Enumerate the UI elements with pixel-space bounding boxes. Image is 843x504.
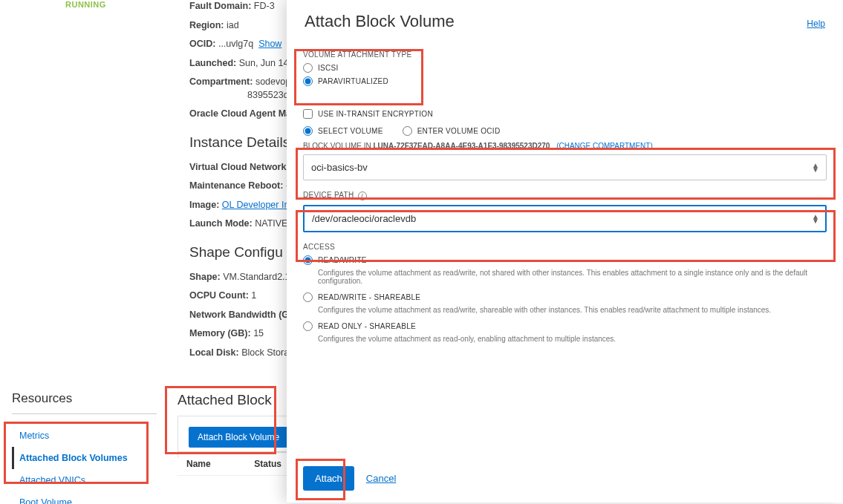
image-label: Image: [189,200,219,210]
resources-item-attached-vnics[interactable]: Attached VNICs [12,469,157,491]
attached-block-heading: Attached Block [178,392,272,408]
radio-paravirtualized[interactable]: Paravirtualized [303,76,819,86]
block-volume-in-label: Block Volume in [303,142,373,150]
ocpu-label: OCPU Count: [189,290,249,301]
mem-label: Memory (GB): [189,328,251,338]
region-label: Region: [189,20,224,30]
radio-select-volume-input[interactable] [303,126,313,136]
fault-domain-label: Fault Domain: [189,1,251,11]
radio-select-volume[interactable]: Select Volume [303,126,383,136]
resources-item-boot-volume[interactable]: Boot Volume [12,491,157,504]
attach-block-volume-button[interactable]: Attach Block Volume [189,427,288,448]
radio-iscsi-input[interactable] [303,63,313,73]
panel-title: Attach Block Volume [305,12,455,31]
change-compartment-link[interactable]: (Change Compartment) [556,142,653,150]
read-write-shareable-desc: Configures the volume attachment as read… [318,306,827,314]
ocpu-value: 1 [251,290,256,301]
agent-label: Oracle Cloud Agent Man [189,108,297,119]
resources-heading: Resources [12,391,157,414]
cancel-link[interactable]: Cancel [366,473,396,484]
radio-iscsi-label: iSCSI [318,64,339,72]
resources-item-metrics[interactable]: Metrics [12,425,157,447]
checkbox-in-transit-input[interactable] [303,109,313,119]
shape-label: Shape: [189,272,221,282]
radio-read-write[interactable]: Read/Write [303,255,827,265]
radio-read-only-shareable[interactable]: Read Only - Shareable [303,321,827,331]
radio-read-only-shareable-input[interactable] [303,321,313,331]
radio-enter-volume-ocid-input[interactable] [403,126,412,136]
radio-read-write-input[interactable] [303,255,313,265]
maint-label: Maintenance Reboot: [189,180,283,191]
radio-read-write-shareable-input[interactable] [303,292,313,302]
resources-item-attached-block-volumes[interactable]: Attached Block Volumes [12,447,157,469]
radio-read-write-shareable-label: Read/Write - Shareable [318,293,420,301]
vcn-label: Virtual Cloud Network: [189,162,290,172]
read-write-desc: Configures the volume attachment as read… [318,269,827,285]
radio-read-write-shareable[interactable]: Read/Write - Shareable [303,292,827,302]
ocid-show-link[interactable]: Show [258,39,281,49]
nbw-label: Network Bandwidth (Gbp [189,310,300,320]
launch-mode-label: Launch Mode: [189,218,253,229]
status-badge: RUNNING [65,0,106,9]
radio-iscsi[interactable]: iSCSI [303,63,819,73]
device-path-label: Device Path [303,191,354,199]
table-col-status: Status [254,459,281,469]
region-value: iad [227,20,239,30]
shape-value: VM.Standard2.1 [223,272,290,282]
radio-select-volume-label: Select Volume [318,127,383,135]
access-label: Access [303,243,827,251]
volume-attachment-type-label: Volume Attachment Type [303,50,819,59]
radio-read-only-shareable-label: Read Only - Shareable [318,322,416,330]
fault-domain-value: FD-3 [254,1,275,11]
ld-label: Local Disk: [189,347,239,358]
attach-block-volume-panel: Attach Block Volume Help Volume Attachme… [287,0,843,503]
block-volume-select[interactable]: oci-basics-bv [303,154,827,180]
ocid-value: ...uvlg7q [218,39,253,49]
radio-paravirtualized-input[interactable] [303,76,313,86]
launched-label: Launched: [189,58,236,68]
ocid-label: OCID: [189,39,215,49]
device-path-select[interactable]: /dev/oracleoci/oraclevdb [303,205,827,232]
table-col-name: Name [178,459,252,469]
radio-enter-volume-ocid-label: Enter Volume OCID [417,127,501,135]
radio-paravirtualized-label: Paravirtualized [318,77,388,85]
checkbox-in-transit-encryption[interactable]: Use In-Transit Encryption [303,109,827,119]
checkbox-in-transit-label: Use In-Transit Encryption [318,110,433,118]
radio-enter-volume-ocid[interactable]: Enter Volume OCID [403,126,501,136]
radio-read-write-label: Read/Write [318,256,367,264]
launch-mode-value: NATIVE [255,218,287,229]
compartment-label: Compartment: [189,76,253,87]
block-volume-scope: LUNA-72F37EAD-A8AA-4E93-A1E3-98395523D27… [373,142,550,150]
help-link[interactable]: Help [807,19,825,29]
info-icon[interactable]: i [358,192,367,200]
attach-button[interactable]: Attach [303,466,354,491]
read-only-shareable-desc: Configures the volume attachment as read… [318,335,827,343]
mem-value: 15 [253,328,264,338]
